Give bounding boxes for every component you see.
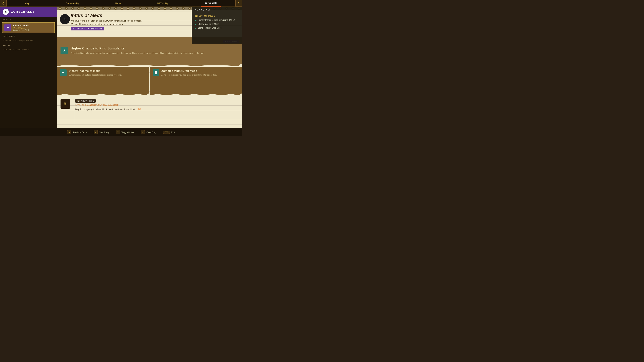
ended-empty: There are no ended Curveballs [0, 48, 57, 52]
next-entry-label: Next Entry [99, 131, 109, 134]
nav-map[interactable]: Map [21, 0, 33, 7]
overview-item-text-3: Zombies Might Drop Meds [198, 27, 222, 30]
arrow-icon-3: ▼ [194, 27, 196, 29]
timer-icon: ⏱ [72, 28, 74, 30]
notes-row: Day 1 It's going to take a bit of time t… [75, 108, 239, 111]
view-notes-label: View Notes: [81, 100, 92, 102]
view-key: ⎋ [141, 130, 145, 134]
bottom-bar: ▲ Previous Entry ▼ Next Entry Y Toggle N… [0, 128, 242, 136]
large-effect-title: Higher Chance to Find Stimulants [70, 47, 220, 50]
zombies-drop-desc: Zombies in this area may drop meds or st… [162, 74, 217, 76]
curveball-description: We have found a location on the map whic… [70, 19, 172, 26]
spiral-ring [59, 7, 62, 10]
sidebar-item-name: Influx of Meds [13, 24, 52, 27]
spiral-ring [108, 7, 111, 10]
notes-text: It's going to take a bit of time to pin … [84, 108, 137, 111]
journal-icon: ☠ [60, 99, 70, 109]
spiral-ring [164, 7, 166, 10]
overview-curveball-name: INFLUX OF MEDS [192, 13, 242, 18]
spiral-ring [170, 7, 172, 10]
overview-item-2: ▼ Steady Income of Meds [192, 22, 242, 26]
nav-base[interactable]: Base [112, 0, 124, 7]
notes-count: 3 [93, 100, 94, 102]
spiral-ring [90, 7, 92, 10]
section-active-label: ACTIVE [0, 17, 57, 22]
overview-item-1: ▼ Higher Chance to Find Stimulants (Majo… [192, 18, 242, 22]
sidebar-header: ☠ CURVEBALLS [0, 7, 57, 17]
spiral-ring [151, 7, 154, 10]
spiral-ring [176, 7, 179, 10]
large-effect-content: Higher Chance to Find Stimulants There i… [70, 47, 220, 55]
sidebar-title: CURVEBALLS [11, 10, 35, 14]
zombie-icon [153, 69, 159, 76]
top-navigation: Q Map Community Base Difficulty Curvebal… [0, 0, 242, 7]
exit-label: Exit [171, 131, 175, 134]
steady-income-desc: Our community will find and deposit meds… [68, 74, 122, 76]
sidebar-item-status: ⏱ Just Started [13, 27, 52, 29]
prev-key: ▲ [67, 130, 71, 134]
spiral-ring [120, 7, 123, 10]
svg-rect-2 [156, 73, 157, 74]
nav-difficulty[interactable]: Difficulty [154, 0, 172, 7]
nav-items: Map Community Base Difficulty Curveballs [7, 0, 235, 7]
spiral-ring [127, 7, 130, 10]
curveballs-icon: ☠ [3, 9, 9, 15]
spiral-ring [182, 7, 185, 10]
view-entry-action[interactable]: ⎋ View Entry [141, 130, 156, 134]
view-notes-badge[interactable]: Y View Notes: 3 [75, 99, 96, 103]
previous-entry-label: Previous Entry [72, 131, 87, 134]
sidebar-item-influx-of-meds[interactable]: + Influx of Meds ⏱ Just Started Easier t… [2, 22, 55, 33]
svg-point-4 [156, 72, 157, 72]
toggle-notes-action[interactable]: Y Toggle Notes [116, 130, 134, 134]
nav-curveballs[interactable]: Curveballs [201, 0, 220, 7]
effect-cards-row: + Steady Income of Meds Our community wi… [57, 67, 242, 94]
overview-item-text-2: Steady Income of Meds [198, 23, 219, 26]
spiral-ring [84, 7, 86, 10]
svg-point-3 [155, 72, 156, 72]
broadcaster-name: Unknown Broadcaster (Curveball Broadcast… [75, 104, 239, 106]
sidebar-item-text: Influx of Meds ⏱ Just Started Easier to … [13, 24, 52, 31]
toggle-notes-label: Toggle Notes [121, 131, 134, 134]
q-key[interactable]: Q [0, 0, 7, 7]
spiral-ring [65, 7, 68, 10]
zombies-drop-content: Zombies Might Drop Meds Zombies in this … [162, 69, 217, 76]
sidebar-item-desc: Easier to Find Meds [13, 29, 52, 31]
spiral-ring [114, 7, 117, 10]
arrow-icon-1: ▼ [194, 19, 196, 21]
previous-entry-action[interactable]: ▲ Previous Entry [67, 130, 87, 134]
overview-item-3: ▼ Zombies Might Drop Meds [192, 26, 242, 30]
upcoming-empty: There are no upcoming Curveballs [0, 38, 57, 43]
overview-item-text-1: Higher Chance to Find Stimulants (Major) [198, 19, 235, 22]
large-effect-desc: There is a higher chance of traders havi… [70, 52, 220, 55]
notes-section: ☠ Y View Notes: 3 Unknown Broadcaster (C… [57, 96, 242, 113]
effect-card-zombies-drop: Zombies Might Drop Meds Zombies in this … [150, 67, 242, 94]
effect-card-steady-income: + Steady Income of Meds Our community wi… [57, 67, 149, 94]
steady-income-content: Steady Income of Meds Our community will… [68, 69, 122, 76]
toggle-key: Y [116, 130, 120, 134]
spiral-ring [139, 7, 142, 10]
e-key[interactable]: E [235, 0, 242, 7]
arrow-icon-2: ▼ [194, 23, 196, 26]
y-key: Y [77, 100, 80, 102]
svg-rect-1 [155, 73, 156, 74]
notes-day: Day 1 [75, 108, 81, 111]
section-ended-label: ENDED [0, 43, 57, 48]
spiral-ring [145, 7, 148, 10]
plus-icon: + [60, 69, 66, 76]
spiral-ring [188, 7, 191, 10]
spiral-ring [133, 7, 136, 10]
med-plus-icon: + [4, 24, 11, 31]
esc-key: ESC [163, 131, 170, 134]
stimulant-icon [60, 47, 68, 54]
next-entry-action[interactable]: ▼ Next Entry [94, 130, 109, 134]
timer-badge: ⏱ This Curveball will end over time [70, 27, 104, 31]
notes-header: Y View Notes: 3 [75, 99, 239, 103]
zombies-drop-title: Zombies Might Drop Meds [162, 69, 217, 73]
spiral-ring [96, 7, 98, 10]
nav-community[interactable]: Community [62, 0, 83, 7]
section-upcoming-label: UPCOMING [0, 34, 57, 38]
view-entry-label: View Entry [146, 131, 156, 134]
exit-action[interactable]: ESC Exit [163, 131, 175, 134]
svg-rect-0 [155, 71, 157, 73]
spiral-ring [158, 7, 160, 10]
